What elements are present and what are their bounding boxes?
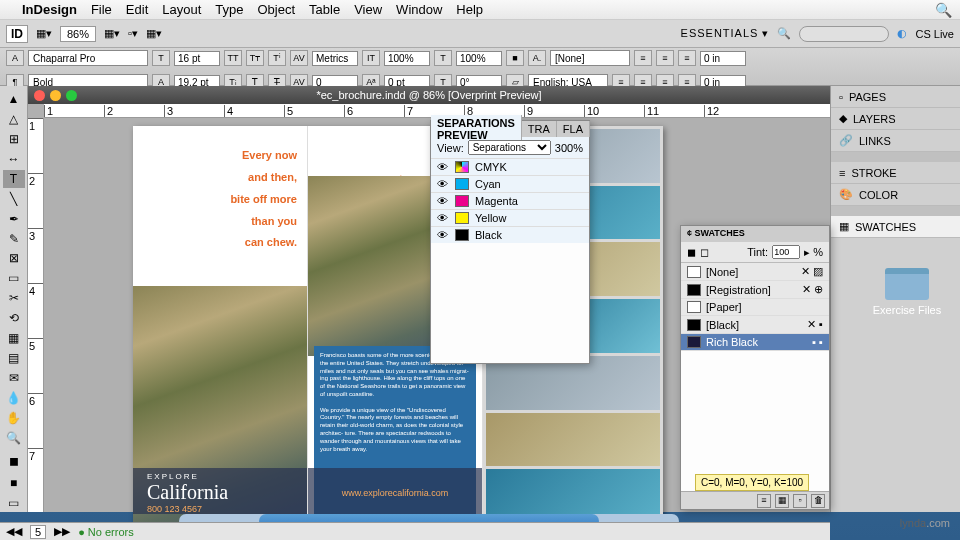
fill-stroke[interactable]: ◼	[3, 449, 25, 472]
dock-pages[interactable]: ▫PAGES	[831, 86, 960, 108]
pencil-tool[interactable]: ✎	[3, 230, 25, 248]
align-left[interactable]: ≡	[634, 50, 652, 66]
hscale[interactable]: 100%	[456, 51, 502, 66]
zoom-btn[interactable]	[66, 90, 77, 101]
bridge-btn[interactable]: ▦▾	[36, 27, 52, 40]
swatches-panel[interactable]: ¢ SWATCHES ◼ ◻ Tint: ▸ % [None]✕ ▨ [Regi…	[680, 225, 830, 510]
direct-selection-tool[interactable]: △	[3, 110, 25, 128]
free-transform-tool[interactable]: ⟲	[3, 309, 25, 327]
dock-stroke[interactable]: ≡STROKE	[831, 162, 960, 184]
eye-icon[interactable]: 👁	[437, 195, 449, 207]
bridge-icon[interactable]: ID	[6, 25, 28, 43]
ink-cmyk[interactable]: 👁CMYK	[431, 158, 589, 175]
menu-type[interactable]: Type	[215, 2, 243, 17]
font-family[interactable]: Chaparral Pro	[28, 50, 148, 66]
selection-tool[interactable]: ▲	[3, 90, 25, 108]
swatch-registration[interactable]: [Registration]✕ ⊕	[681, 281, 829, 299]
char-style[interactable]: [None]	[550, 50, 630, 66]
ink-black[interactable]: 👁Black	[431, 226, 589, 243]
type-tool[interactable]: T	[3, 170, 25, 188]
panel-header[interactable]: ¢ SWATCHES	[681, 226, 829, 242]
eye-icon[interactable]: 👁	[437, 229, 449, 241]
tab-separations[interactable]: SEPARATIONS PREVIEW	[431, 115, 522, 143]
exercise-files[interactable]: Exercise Files	[872, 268, 942, 316]
dock-links[interactable]: 🔗LINKS	[831, 130, 960, 152]
preflight-status[interactable]: ● No errors	[78, 526, 134, 538]
menu-object[interactable]: Object	[258, 2, 296, 17]
ruler-vertical[interactable]: 1234567	[28, 118, 44, 512]
dock-color[interactable]: 🎨COLOR	[831, 184, 960, 206]
screen-mode-tool[interactable]: ▭	[3, 494, 25, 512]
separations-preview-panel[interactable]: SEPARATIONS PREVIEW TRA FLA View: Separa…	[430, 120, 590, 364]
dock-layers[interactable]: ◆LAYERS	[831, 108, 960, 130]
tint-input[interactable]	[772, 245, 800, 259]
fill-proxy-icon[interactable]: ◼	[687, 246, 696, 259]
page-prev-icon[interactable]: ◀◀	[6, 525, 22, 538]
indent-left[interactable]: 0 in	[700, 51, 746, 66]
tint-slider-icon[interactable]: ▸ %	[804, 246, 823, 259]
gap-tool[interactable]: ↔	[3, 150, 25, 168]
stroke-proxy-icon[interactable]: ◻	[700, 246, 709, 259]
view-dropdown[interactable]: Separations	[468, 140, 551, 155]
tab-trap[interactable]: TRA	[522, 121, 557, 137]
ink-limit[interactable]: 300%	[555, 142, 583, 154]
tab-flattener[interactable]: FLA	[557, 121, 590, 137]
menu-view[interactable]: View	[354, 2, 382, 17]
page-number[interactable]: 5	[30, 525, 46, 539]
smallcaps[interactable]: Tᴛ	[246, 50, 264, 66]
line-tool[interactable]: ╲	[3, 190, 25, 208]
screen-mode[interactable]: ▫▾	[128, 27, 138, 40]
note-tool[interactable]: ✉	[3, 369, 25, 387]
vscale[interactable]: 100%	[384, 51, 430, 66]
color-apply[interactable]: ■	[3, 474, 25, 492]
minimize-btn[interactable]	[50, 90, 61, 101]
rectangle-tool[interactable]: ▭	[3, 269, 25, 287]
zoom-tool[interactable]: 🔍	[3, 429, 25, 447]
search-input[interactable]	[799, 26, 889, 42]
kerning[interactable]: Metrics	[312, 51, 358, 66]
delete-swatch-icon[interactable]: 🗑	[811, 494, 825, 508]
menu-help[interactable]: Help	[456, 2, 483, 17]
page-next-icon[interactable]: ▶▶	[54, 525, 70, 538]
menu-window[interactable]: Window	[396, 2, 442, 17]
allcaps[interactable]: TT	[224, 50, 242, 66]
swatch-richblack[interactable]: Rich Black▪ ▪	[681, 334, 829, 351]
rectangle-frame-tool[interactable]: ⊠	[3, 250, 25, 268]
ink-cyan[interactable]: 👁Cyan	[431, 175, 589, 192]
list-view-icon[interactable]: ≡	[757, 494, 771, 508]
superscript[interactable]: Tⁱ	[268, 50, 286, 66]
ink-magenta[interactable]: 👁Magenta	[431, 192, 589, 209]
swatch-black[interactable]: [Black]✕ ▪	[681, 316, 829, 334]
scissors-tool[interactable]: ✂	[3, 289, 25, 307]
gradient-feather-tool[interactable]: ▤	[3, 349, 25, 367]
thumb-view-icon[interactable]: ▦	[775, 494, 789, 508]
panel-header[interactable]: SEPARATIONS PREVIEW TRA FLA	[431, 121, 589, 137]
zoom-level[interactable]: 86%	[60, 26, 96, 42]
workspace-switcher[interactable]: ESSENTIALS ▾	[681, 27, 770, 40]
spotlight-icon[interactable]: 🔍	[935, 2, 952, 18]
char-format-icon[interactable]: A	[6, 50, 24, 66]
cs-live[interactable]: CS Live	[915, 28, 954, 40]
swatch-paper[interactable]: [Paper]	[681, 299, 829, 316]
font-size[interactable]: 16 pt	[174, 51, 220, 66]
close-btn[interactable]	[34, 90, 45, 101]
page-tool[interactable]: ⊞	[3, 130, 25, 148]
align-center[interactable]: ≡	[656, 50, 674, 66]
arrange[interactable]: ▦▾	[146, 27, 162, 40]
menu-layout[interactable]: Layout	[162, 2, 201, 17]
align-right[interactable]: ≡	[678, 50, 696, 66]
menu-file[interactable]: File	[91, 2, 112, 17]
swatch-none[interactable]: [None]✕ ▨	[681, 263, 829, 281]
eye-icon[interactable]: 👁	[437, 178, 449, 190]
hand-tool[interactable]: ✋	[3, 409, 25, 427]
new-swatch-icon[interactable]: ▫	[793, 494, 807, 508]
eyedropper-tool[interactable]: 💧	[3, 389, 25, 407]
app-name[interactable]: InDesign	[22, 2, 77, 17]
pen-tool[interactable]: ✒	[3, 210, 25, 228]
menu-table[interactable]: Table	[309, 2, 340, 17]
fill-icon[interactable]: ■	[506, 50, 524, 66]
view-options[interactable]: ▦▾	[104, 27, 120, 40]
ink-yellow[interactable]: 👁Yellow	[431, 209, 589, 226]
menu-edit[interactable]: Edit	[126, 2, 148, 17]
eye-icon[interactable]: 👁	[437, 161, 449, 173]
